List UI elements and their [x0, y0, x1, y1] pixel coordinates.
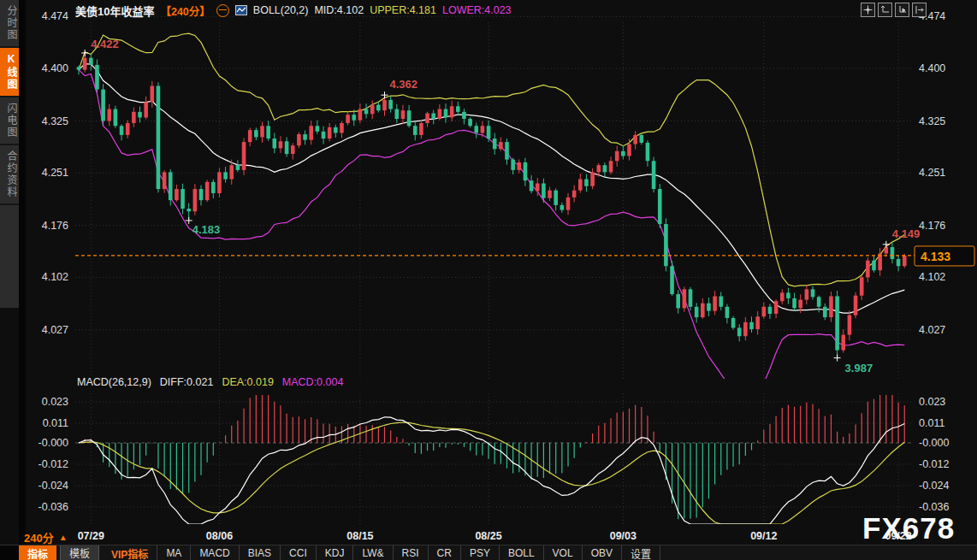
boll-legend-upper: UPPER:4.181 [370, 4, 436, 16]
price-annotation: 4.362 [390, 78, 418, 91]
price-tick-left: 4.400 [42, 62, 68, 74]
price-annotation: 4.422 [91, 38, 119, 50]
toolbar-item-指标[interactable]: 指标 [19, 545, 56, 560]
macd-legend-name: MACD(26,12,9) [77, 376, 151, 388]
price-tick-left: 4.027 [42, 324, 68, 336]
macd-tick-left: 0.011 [43, 417, 68, 429]
period-badge[interactable]: 【240分】 [160, 3, 210, 19]
chart-tool-buttons [861, 3, 927, 17]
macd-tick-right: 0.023 [919, 396, 945, 408]
toolbar-item-MA[interactable]: MA [157, 545, 191, 560]
watermark-logo: FX678 [862, 511, 955, 545]
date-tick: 08/15 [346, 530, 373, 542]
sidebar-gutter [19, 0, 26, 560]
macd-tick-left: -0.012 [38, 458, 68, 470]
price-tick-right: 4.325 [919, 115, 945, 127]
period-selector[interactable]: 240分 ▲ [24, 529, 68, 545]
price-tick-right: 4.027 [919, 324, 945, 336]
date-tick: 08/25 [475, 530, 501, 542]
price-annotation: 4.149 [892, 227, 921, 240]
toolbar-item-RSI[interactable]: RSI [394, 545, 429, 560]
toolbar-item-PSY[interactable]: PSY [461, 545, 500, 560]
sidebar-tab-contract-info[interactable]: 合约资料 [0, 145, 19, 205]
pan-right-icon[interactable] [912, 3, 927, 17]
macd-tick-left: -0.000 [38, 437, 68, 449]
period-arrow-icon: ▲ [59, 533, 68, 542]
sidebar-tab-time-chart[interactable]: 分时图 [0, 0, 19, 48]
toolbar-item-VIP指标[interactable]: VIP指标 [103, 545, 157, 560]
trading-chart-app: 4.4224.1834.3623.9874.1494.4744.4744.400… [0, 0, 977, 560]
date-tick: 09/12 [750, 530, 777, 542]
macd-tick-right: -0.000 [919, 437, 949, 449]
macd-tick-left: -0.024 [38, 480, 68, 492]
period-label[interactable]: 240分 [24, 529, 54, 545]
macd-legend-macd: MACD:0.004 [282, 376, 344, 388]
price-tick-right: 4.400 [919, 62, 945, 74]
mini-chart-icon [235, 5, 247, 15]
toolbar-item-设置[interactable]: 设置 [622, 545, 660, 560]
boll-legend-name: BOLL(20,2) [253, 4, 309, 16]
toolbar-item-VOL[interactable]: VOL [544, 545, 583, 560]
boll-legend-mid: MID:4.102 [314, 4, 364, 16]
chart-header: 美债10年收益率 【240分】 BOLL(20,2) MID:4.102 UPP… [75, 3, 512, 18]
price-tick-left: 4.251 [42, 167, 68, 179]
toolbar-item-模板[interactable]: 模板 [60, 545, 99, 560]
macd-tick-left: -0.036 [38, 501, 68, 513]
sidebar-tab-kline-chart[interactable]: K线图 [0, 48, 19, 97]
macd-legend-dea: DEA:0.019 [222, 376, 273, 388]
macd-tick-right: 0.011 [919, 417, 944, 429]
toolbar-item-OBV[interactable]: OBV [583, 545, 622, 560]
indicator-settings-icon[interactable] [216, 4, 229, 17]
price-tick-left: 4.325 [42, 115, 68, 127]
price-tick-left: 4.176 [42, 220, 68, 232]
indicator-toolbar: 指标模板VIP指标MAMACDBIASCCIKDJLW&RSICRPSYBOLL… [0, 545, 977, 560]
macd-legend-diff: DIFF:0.021 [160, 376, 214, 388]
y-axis-left-icon[interactable] [878, 3, 892, 17]
date-tick: 08/06 [206, 530, 233, 542]
crosshair-icon[interactable] [861, 3, 875, 17]
price-tick-right: 4.102 [919, 271, 945, 283]
price-tick-left: 4.474 [42, 10, 68, 22]
macd-tick-right: -0.012 [919, 458, 949, 470]
toolbar-item-KDJ[interactable]: KDJ [317, 545, 354, 560]
instrument-title: 美债10年收益率 [75, 3, 154, 19]
boll-legend-lower: LOWER:4.023 [442, 4, 512, 16]
toolbar-item-CCI[interactable]: CCI [281, 545, 317, 560]
price-annotation: 4.183 [192, 223, 221, 236]
candlestick-chart[interactable]: 4.4224.1834.3623.9874.1494.4744.4744.400… [0, 0, 977, 560]
macd-tick-right: -0.024 [919, 480, 949, 492]
macd-tick-left: 0.023 [42, 396, 68, 408]
sidebar-tab-flash-chart[interactable]: 闪电图 [0, 97, 19, 145]
price-annotation: 3.987 [845, 362, 873, 374]
toolbar-item-MACD[interactable]: MACD [191, 545, 239, 560]
price-tick-right: 4.251 [919, 167, 945, 179]
price-tick-right: 4.176 [919, 220, 945, 232]
toolbar-left-pad [0, 545, 19, 560]
price-tick-left: 4.102 [42, 271, 68, 283]
toolbar-item-BOLL[interactable]: BOLL [500, 545, 544, 560]
current-price-value: 4.133 [921, 250, 950, 263]
toolbar-item-BIAS[interactable]: BIAS [240, 545, 281, 560]
macd-legend: MACD(26,12,9) DIFF:0.021 DEA:0.019 MACD:… [77, 376, 343, 388]
y-axis-right-icon[interactable] [895, 3, 909, 17]
chart-type-sidebar: 分时图 K线图 闪电图 合约资料 [0, 0, 19, 308]
toolbar-item-CR[interactable]: CR [429, 545, 461, 560]
toolbar-item-LW&[interactable]: LW& [353, 545, 393, 560]
date-tick: 09/03 [610, 530, 637, 542]
date-tick: 07/29 [78, 530, 104, 542]
